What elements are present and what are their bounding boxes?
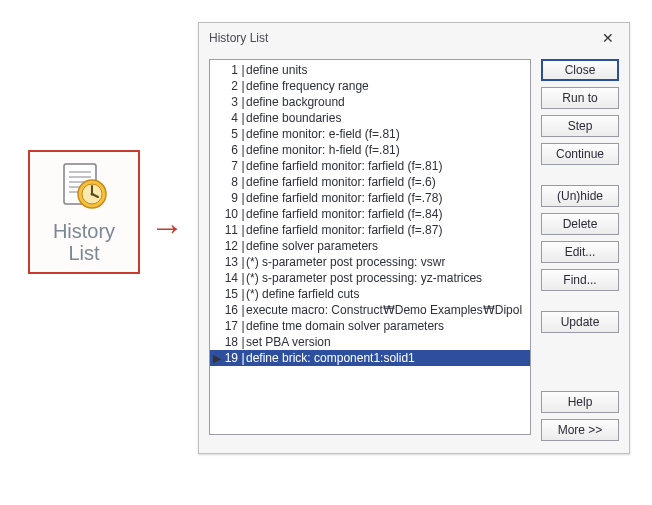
row-text: (*) define farfield cuts <box>246 286 359 302</box>
row-marker-icon <box>212 238 222 254</box>
row-text: define boundaries <box>246 110 341 126</box>
row-number: 16 <box>222 302 240 318</box>
history-list-row[interactable]: 8| define farfield monitor: farfield (f=… <box>210 174 530 190</box>
row-marker-icon <box>212 174 222 190</box>
row-number: 1 <box>222 62 240 78</box>
row-text: define frequency range <box>246 78 369 94</box>
row-marker-icon <box>212 94 222 110</box>
history-list-row[interactable]: 4| define boundaries <box>210 110 530 126</box>
edit-button[interactable]: Edit... <box>541 241 619 263</box>
row-marker-icon: ▶ <box>212 350 222 366</box>
row-number: 10 <box>222 206 240 222</box>
row-text: define monitor: h-field (f=.81) <box>246 142 400 158</box>
ribbon-label-line1: History <box>34 220 134 242</box>
continue-button[interactable]: Continue <box>541 143 619 165</box>
row-marker-icon <box>212 62 222 78</box>
row-marker-icon <box>212 158 222 174</box>
row-marker-icon <box>212 126 222 142</box>
history-list-row[interactable]: 6| define monitor: h-field (f=.81) <box>210 142 530 158</box>
row-text: define units <box>246 62 307 78</box>
update-button[interactable]: Update <box>541 311 619 333</box>
row-number: 6 <box>222 142 240 158</box>
row-number: 15 <box>222 286 240 302</box>
row-text: execute macro: Construct₩Demo Examples₩D… <box>246 302 522 318</box>
row-text: define farfield monitor: farfield (f=.78… <box>246 190 442 206</box>
history-list-dialog: History List ✕ 1| define units2| define … <box>198 22 630 454</box>
delete-button[interactable]: Delete <box>541 213 619 235</box>
history-list-row[interactable]: 10| define farfield monitor: farfield (f… <box>210 206 530 222</box>
history-list-row[interactable]: 15| (*) define farfield cuts <box>210 286 530 302</box>
row-text: set PBA version <box>246 334 331 350</box>
row-number: 9 <box>222 190 240 206</box>
row-marker-icon <box>212 334 222 350</box>
dialog-close-button[interactable]: ✕ <box>593 27 623 49</box>
arrow-icon: → <box>150 210 184 244</box>
row-text: define solver parameters <box>246 238 378 254</box>
history-list-row[interactable]: 7| define farfield monitor: farfield (f=… <box>210 158 530 174</box>
history-list-row[interactable]: 18| set PBA version <box>210 334 530 350</box>
dialog-body: 1| define units2| define frequency range… <box>199 53 629 453</box>
row-text: define brick: component1:solid1 <box>246 350 415 366</box>
row-number: 12 <box>222 238 240 254</box>
row-number: 3 <box>222 94 240 110</box>
row-marker-icon <box>212 142 222 158</box>
row-marker-icon <box>212 206 222 222</box>
row-text: define monitor: e-field (f=.81) <box>246 126 400 142</box>
row-marker-icon <box>212 222 222 238</box>
row-number: 7 <box>222 158 240 174</box>
row-marker-icon <box>212 254 222 270</box>
history-list-row[interactable]: ▶19| define brick: component1:solid1 <box>210 350 530 366</box>
find-button[interactable]: Find... <box>541 269 619 291</box>
history-list-row[interactable]: 5| define monitor: e-field (f=.81) <box>210 126 530 142</box>
history-list-row[interactable]: 1| define units <box>210 62 530 78</box>
row-text: define farfield monitor: farfield (f=.81… <box>246 158 442 174</box>
row-number: 13 <box>222 254 240 270</box>
row-marker-icon <box>212 270 222 286</box>
row-marker-icon <box>212 110 222 126</box>
svg-point-10 <box>91 193 94 196</box>
row-number: 5 <box>222 126 240 142</box>
history-list-row[interactable]: 11| define farfield monitor: farfield (f… <box>210 222 530 238</box>
row-number: 17 <box>222 318 240 334</box>
row-marker-icon <box>212 318 222 334</box>
row-number: 18 <box>222 334 240 350</box>
ribbon-label-line2: List <box>34 242 134 264</box>
row-number: 19 <box>222 350 240 366</box>
history-list-icon <box>34 162 134 214</box>
row-text: define farfield monitor: farfield (f=.87… <box>246 222 442 238</box>
history-list-row[interactable]: 16| execute macro: Construct₩Demo Exampl… <box>210 302 530 318</box>
history-list-row[interactable]: 9| define farfield monitor: farfield (f=… <box>210 190 530 206</box>
row-number: 2 <box>222 78 240 94</box>
close-button[interactable]: Close <box>541 59 619 81</box>
help-button[interactable]: Help <box>541 391 619 413</box>
more-button[interactable]: More >> <box>541 419 619 441</box>
history-list-row[interactable]: 3| define background <box>210 94 530 110</box>
row-marker-icon <box>212 286 222 302</box>
row-text: define tme domain solver parameters <box>246 318 444 334</box>
row-marker-icon <box>212 302 222 318</box>
row-text: (*) s-parameter post processing: vswr <box>246 254 445 270</box>
dialog-titlebar: History List ✕ <box>199 23 629 53</box>
row-text: (*) s-parameter post processing: yz-matr… <box>246 270 482 286</box>
history-listbox[interactable]: 1| define units2| define frequency range… <box>209 59 531 435</box>
dialog-button-column: Close Run to Step Continue (Un)hide Dele… <box>541 59 619 441</box>
row-number: 8 <box>222 174 240 190</box>
history-list-row[interactable]: 17| define tme domain solver parameters <box>210 318 530 334</box>
row-text: define farfield monitor: farfield (f=.6) <box>246 174 436 190</box>
row-number: 11 <box>222 222 240 238</box>
history-list-ribbon-button[interactable]: History List <box>28 150 140 274</box>
dialog-title: History List <box>209 31 593 45</box>
unhide-button[interactable]: (Un)hide <box>541 185 619 207</box>
row-number: 14 <box>222 270 240 286</box>
history-list-row[interactable]: 13| (*) s-parameter post processing: vsw… <box>210 254 530 270</box>
row-marker-icon <box>212 78 222 94</box>
row-text: define farfield monitor: farfield (f=.84… <box>246 206 442 222</box>
button-spacer <box>541 171 619 179</box>
run-to-button[interactable]: Run to <box>541 87 619 109</box>
row-marker-icon <box>212 190 222 206</box>
history-list-row[interactable]: 2| define frequency range <box>210 78 530 94</box>
row-number: 4 <box>222 110 240 126</box>
history-list-row[interactable]: 12| define solver parameters <box>210 238 530 254</box>
history-list-row[interactable]: 14| (*) s-parameter post processing: yz-… <box>210 270 530 286</box>
step-button[interactable]: Step <box>541 115 619 137</box>
